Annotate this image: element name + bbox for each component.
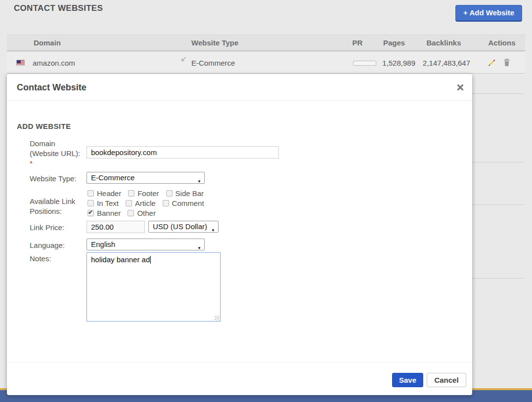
link-position-sidebar[interactable]: Side Bar	[166, 189, 204, 198]
domain-input[interactable]	[87, 146, 279, 159]
table-header-row: Domain Website Type PR Pages Backlinks A…	[7, 35, 525, 51]
checkbox-other[interactable]	[128, 210, 134, 216]
link-position-footer[interactable]: Footer	[128, 189, 159, 198]
chevron-down-icon: ▼	[197, 176, 201, 187]
chevron-down-icon: ▼	[211, 225, 215, 236]
delete-trash-icon[interactable]	[502, 58, 512, 68]
modal-title: Contact Website	[17, 82, 87, 93]
save-button[interactable]: Save	[392, 373, 423, 387]
domain-field-label: Domain (Website URL): *	[30, 139, 80, 168]
background-row-separator	[473, 162, 524, 162]
add-website-button[interactable]: + Add Website	[455, 5, 522, 22]
row-domain: amazon.com	[33, 52, 75, 74]
link-position-article[interactable]: Article	[126, 199, 156, 207]
link-positions-label-line1: Available Link	[30, 197, 75, 206]
link-positions-label: Available Link Positions:	[30, 197, 75, 216]
language-select[interactable]: English ▼	[87, 239, 205, 250]
resize-grip[interactable]	[215, 316, 220, 321]
row-pages: 1,528,989	[373, 52, 415, 74]
link-position-intext[interactable]: In Text	[88, 199, 119, 207]
background-row-separator	[473, 93, 524, 94]
table-row: amazon.com E-Commerce 1,528,989 2,147,48…	[7, 52, 525, 74]
link-positions-row-2: In Text Article Comment	[88, 198, 204, 208]
notes-textarea[interactable]: holiday banner ad	[87, 252, 221, 322]
link-positions-label-line2: Positions:	[30, 206, 75, 216]
edit-pencil-icon[interactable]	[487, 58, 497, 68]
currency-value: USD (US Dollar)	[153, 222, 207, 231]
modal-header-divider	[7, 100, 472, 101]
text-caret	[150, 256, 151, 264]
checkbox-footer[interactable]	[128, 190, 134, 197]
add-website-section-title: ADD WEBSITE	[17, 122, 71, 130]
column-header-backlinks[interactable]: Backlinks	[417, 35, 470, 51]
column-header-domain[interactable]: Domain	[34, 35, 61, 51]
us-flag-icon	[16, 60, 25, 66]
column-header-actions: Actions	[482, 35, 522, 51]
background-row-separator	[473, 204, 524, 205]
link-positions-row-1: Header Footer Side Bar	[88, 188, 204, 198]
website-type-select[interactable]: E-Commerce ▼	[87, 172, 205, 184]
notes-label: Notes:	[30, 254, 51, 264]
column-header-pr[interactable]: PR	[348, 35, 367, 51]
column-header-pages[interactable]: Pages	[373, 35, 415, 51]
page-title: CONTACT WEBSITES	[14, 3, 103, 13]
required-asterisk: *	[30, 159, 80, 168]
checkbox-intext[interactable]	[88, 200, 94, 206]
checkbox-article[interactable]	[126, 200, 132, 206]
row-backlinks: 2,147,483,647	[417, 52, 470, 74]
checkbox-comment[interactable]	[163, 200, 169, 206]
column-header-website-type[interactable]: Website Type	[191, 35, 238, 51]
link-price-input[interactable]	[87, 221, 145, 233]
currency-select[interactable]: USD (US Dollar) ▼	[148, 221, 219, 233]
link-position-banner[interactable]: Banner	[88, 209, 121, 217]
domain-label-line1: Domain	[30, 139, 80, 149]
contact-websites-page: CONTACT WEBSITES + Add Website Domain We…	[0, 0, 532, 402]
cancel-button[interactable]: Cancel	[427, 373, 466, 387]
checkbox-header[interactable]	[88, 190, 94, 197]
website-type-value: E-Commerce	[91, 173, 134, 182]
row-website-type: E-Commerce	[191, 52, 235, 74]
background-row-separator	[473, 278, 524, 279]
external-link-icon[interactable]	[180, 56, 187, 65]
link-position-other[interactable]: Other	[128, 209, 156, 217]
link-positions-row-3: Banner Other	[88, 208, 156, 218]
link-price-label: Link Price:	[30, 223, 64, 233]
domain-label-line2: (Website URL):	[30, 149, 80, 159]
modal-footer-divider	[7, 362, 472, 362]
checkbox-banner[interactable]	[88, 210, 94, 216]
link-position-comment[interactable]: Comment	[163, 199, 204, 207]
link-position-header[interactable]: Header	[88, 189, 121, 198]
close-icon[interactable]	[457, 84, 464, 91]
language-value: English	[91, 240, 115, 248]
contact-website-modal: Contact Website ADD WEBSITE Domain (Webs…	[7, 74, 472, 395]
website-type-label: Website Type:	[30, 174, 77, 184]
language-label: Language:	[30, 241, 65, 250]
checkbox-sidebar[interactable]	[166, 190, 173, 197]
notes-text: holiday banner ad	[91, 255, 150, 264]
